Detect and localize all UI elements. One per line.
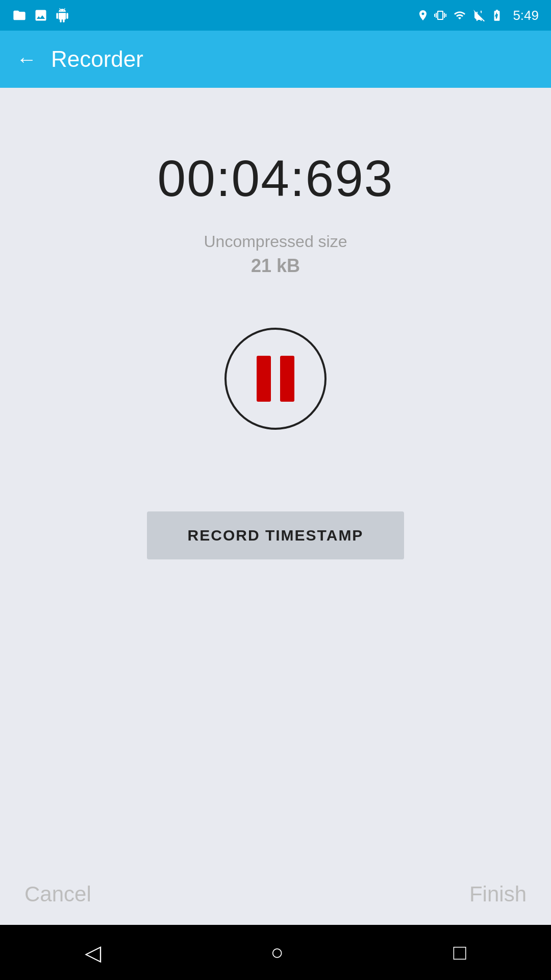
pause-bar-right (280, 356, 294, 402)
location-icon (417, 8, 429, 22)
nav-bar: ◁ ○ □ (0, 925, 551, 980)
size-label: Uncompressed size (204, 232, 347, 251)
pause-bar-left (257, 356, 271, 402)
timer-display: 00:04:693 (158, 149, 394, 208)
finish-button[interactable]: Finish (469, 882, 527, 906)
image-icon (34, 8, 48, 22)
wifi-icon (452, 9, 468, 21)
signal-icon (473, 9, 485, 21)
vibrate-icon (434, 8, 446, 22)
status-time: 5:49 (513, 8, 539, 23)
status-icons-right: 5:49 (417, 8, 539, 23)
bottom-bar: Cancel Finish (0, 864, 551, 925)
cancel-button[interactable]: Cancel (24, 882, 91, 906)
app-title: Recorder (51, 46, 143, 72)
status-bar: 5:49 (0, 0, 551, 31)
pause-icon (257, 356, 294, 402)
file-manager-icon (12, 8, 27, 22)
nav-back-icon[interactable]: ◁ (85, 940, 101, 965)
nav-recent-icon[interactable]: □ (453, 940, 466, 965)
back-button[interactable]: ← (16, 49, 37, 69)
app-bar: ← Recorder (0, 31, 551, 88)
battery-icon (490, 9, 504, 22)
main-content: 00:04:693 Uncompressed size 21 kB RECORD… (0, 88, 551, 864)
size-value: 21 kB (251, 255, 300, 277)
record-timestamp-button[interactable]: RECORD TIMESTAMP (147, 511, 405, 559)
nav-home-icon[interactable]: ○ (271, 940, 284, 965)
status-icons-left (12, 8, 69, 22)
android-icon (55, 8, 69, 22)
pause-button[interactable] (224, 328, 327, 430)
